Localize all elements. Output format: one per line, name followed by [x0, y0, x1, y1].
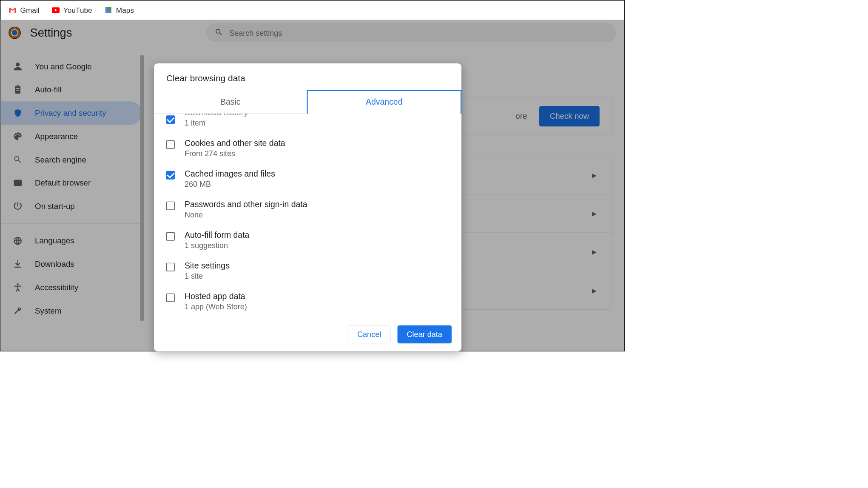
- clear-browsing-data-dialog: Clear browsing data Basic Advanced Downl…: [154, 63, 461, 351]
- bookmarks-bar: Gmail YouTube Maps: [0, 0, 624, 20]
- checkbox[interactable]: [166, 263, 175, 271]
- clear-data-option-row[interactable]: Auto-fill form data1 suggestion: [154, 225, 458, 255]
- option-subtitle: 260 MB: [185, 180, 275, 189]
- dialog-title: Clear browsing data: [154, 63, 461, 90]
- clear-data-option-row[interactable]: Site settings1 site: [154, 255, 458, 286]
- tab-basic[interactable]: Basic: [154, 90, 307, 114]
- option-title: Site settings: [185, 261, 230, 270]
- option-subtitle: None: [185, 211, 307, 220]
- option-subtitle: 1 app (Web Store): [185, 303, 247, 311]
- checkbox[interactable]: [166, 171, 175, 180]
- option-title: Passwords and other sign-in data: [185, 200, 307, 209]
- tab-advanced[interactable]: Advanced: [307, 90, 461, 114]
- dialog-tabs: Basic Advanced: [154, 90, 461, 114]
- cancel-button[interactable]: Cancel: [348, 325, 391, 343]
- option-subtitle: 1 suggestion: [185, 241, 249, 250]
- option-title: Hosted app data: [185, 291, 247, 301]
- svg-point-1: [108, 8, 110, 10]
- bookmark-youtube[interactable]: YouTube: [51, 6, 92, 14]
- option-subtitle: From 274 sites: [185, 149, 285, 158]
- checkbox[interactable]: [166, 232, 175, 241]
- option-subtitle: 1 site: [185, 272, 230, 281]
- option-title: Cached images and files: [185, 169, 275, 178]
- option-title: Auto-fill form data: [185, 230, 249, 240]
- gmail-icon: [9, 6, 17, 14]
- maps-icon: [105, 6, 113, 14]
- option-title: Cookies and other site data: [185, 138, 285, 148]
- option-subtitle: 1 item: [185, 119, 248, 128]
- bookmark-label: Gmail: [20, 6, 40, 14]
- clear-data-option-row[interactable]: Download history1 item: [154, 114, 458, 133]
- checkbox[interactable]: [166, 140, 175, 149]
- bookmark-gmail[interactable]: Gmail: [9, 6, 39, 14]
- checkbox[interactable]: [166, 115, 175, 124]
- clear-data-option-row[interactable]: Passwords and other sign-in dataNone: [154, 194, 458, 225]
- clear-data-option-row[interactable]: Cookies and other site dataFrom 274 site…: [154, 133, 458, 163]
- checkbox[interactable]: [166, 294, 175, 302]
- bookmark-label: YouTube: [63, 6, 92, 14]
- dialog-footer: Cancel Clear data: [154, 317, 461, 351]
- dialog-body[interactable]: Download history1 itemCookies and other …: [154, 114, 461, 317]
- clear-data-option-row[interactable]: Hosted app data1 app (Web Store): [154, 286, 458, 317]
- option-title: Download history: [185, 114, 248, 117]
- youtube-icon: [51, 6, 60, 14]
- clear-data-button[interactable]: Clear data: [397, 325, 452, 343]
- bookmark-label: Maps: [116, 6, 134, 14]
- clear-data-option-row[interactable]: Cached images and files260 MB: [154, 163, 458, 194]
- bookmark-maps[interactable]: Maps: [105, 6, 134, 14]
- checkbox[interactable]: [166, 202, 175, 210]
